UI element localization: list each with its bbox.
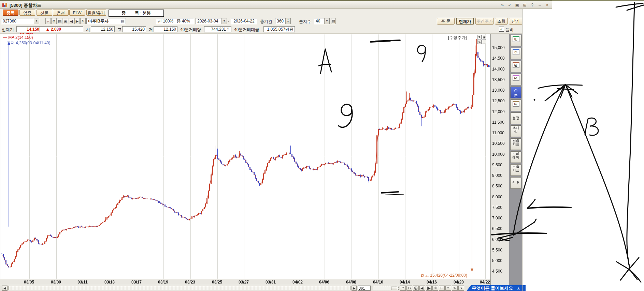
total-period-stepper[interactable]: 360 ▲▼ [275, 18, 291, 24]
time-axis[interactable]: 03/0503/0903/1103/1303/1703/1903/2303/25… [0, 279, 490, 285]
tab-선물[interactable]: 선물 [37, 10, 52, 16]
pen-drop-icon[interactable]: ▾ [458, 286, 464, 291]
ma-legend-text: MA 2(14,150) [8, 35, 33, 40]
price-tick-12000: 12,000 [492, 109, 509, 114]
gear-icon[interactable]: ⚙ [51, 18, 57, 24]
date-from-combo[interactable]: 2026-03-04 ▼ [196, 18, 227, 24]
margin-ratio: 증 40% [174, 19, 190, 24]
window-icon[interactable]: ▣ [482, 35, 486, 39]
zoom-select-icon[interactable]: ⊡ [439, 286, 445, 291]
minute-count-combo[interactable]: 40 ▼ [314, 18, 330, 24]
minimize-icon[interactable]: – [536, 2, 543, 8]
price-tick-11500: 11,500 [492, 120, 509, 125]
stepper-arrows-icon[interactable]: ▲▼ [285, 18, 290, 24]
sidebar-설정[interactable]: 설정 [510, 112, 521, 124]
toolbar-checkbox[interactable]: ✓ [499, 27, 504, 32]
window-title: [5300] 종합차트 [10, 2, 41, 9]
time-tick-03-05: 03/05 [21, 280, 37, 285]
page-icon: 년 [513, 75, 519, 81]
tab-ELW[interactable]: ELW [69, 10, 85, 16]
high-label: 고 [117, 27, 121, 33]
document-icon[interactable]: ▤ [121, 18, 126, 24]
sidebar-label: 분할 지표 [511, 165, 521, 172]
blank-icon[interactable] [482, 40, 486, 44]
amount-label: 40분거래대금 [234, 27, 259, 33]
search-icon[interactable]: ⌕ [45, 18, 51, 24]
button-현재가[interactable]: 현재가 [456, 18, 474, 25]
go-last-icon[interactable]: |▶ [426, 286, 432, 291]
low-value: 12,150 [154, 26, 177, 32]
next-icon[interactable]: ▶ [74, 18, 80, 24]
ma-legend: — MA 2(14,150) [3, 35, 33, 40]
one-icon[interactable]: ① [432, 286, 438, 291]
sidebar-추세선[interactable]: 추세 선 [510, 125, 521, 137]
copy-icon[interactable]: ▣ [514, 2, 520, 8]
stock-code-combo[interactable]: 027360 ▼ [1, 18, 39, 24]
list-grid-icon[interactable]: ▤ [331, 18, 336, 24]
sidebar-월[interactable]: 월 [510, 61, 521, 72]
hand-bottom-arrow-cluster [616, 258, 641, 282]
minute-count-value: 40 [314, 19, 320, 24]
chevron-down-icon[interactable]: ▼ [324, 18, 329, 24]
tab-업종[interactable]: 업종 [19, 10, 35, 16]
sidebar-신호[interactable]: 신호 [510, 177, 521, 189]
button-닫기[interactable]: 닫기 [509, 18, 523, 25]
credit-ratio: 신 100% [156, 19, 173, 24]
button-조회[interactable]: 조회 [495, 18, 508, 25]
zoom-slider-thumb[interactable] [391, 287, 397, 290]
tab-옵션[interactable]: 옵션 [53, 10, 69, 16]
sidebar-년[interactable]: 년 [510, 74, 521, 85]
stock-name-box[interactable]: 아주IB투자 ▤ [86, 18, 126, 24]
zoom-out-icon[interactable]: ⊖ [406, 286, 412, 291]
time-tick-03-19: 03/19 [155, 280, 171, 285]
sidebar-전환지표[interactable]: 전환 지표 [510, 138, 521, 150]
tab-종목[interactable]: 종목 [3, 10, 18, 16]
hourglass-icon[interactable]: ⧗ [477, 35, 482, 39]
lines-icon[interactable]: ≡ [445, 286, 451, 291]
tab-환율/유가[interactable]: 환율/유가 [86, 10, 106, 16]
window-copy-icon[interactable]: ▤ [57, 18, 62, 24]
popup-icon[interactable]: ⊞ [521, 2, 528, 8]
zoom-in-icon[interactable]: ⊕ [400, 286, 406, 291]
sidebar-label: 오버 레이 [511, 152, 521, 159]
sidebar-분할지표[interactable]: 분할 지표 [510, 164, 521, 176]
page-icon: 일 [513, 36, 519, 42]
scroll-left-button[interactable]: ◀ [2, 286, 8, 291]
date-to-box[interactable]: 2026-04-22 [231, 18, 257, 24]
time-tick-03-31: 03/31 [263, 280, 278, 285]
pen-icon[interactable]: ✎ [452, 286, 458, 291]
go-first-icon[interactable]: ◀| [419, 286, 425, 291]
sidebar-틱[interactable]: 틱 [510, 99, 521, 111]
clock-icon: ◷분 [513, 88, 519, 94]
price-tick-13500: 13,500 [492, 77, 509, 82]
price-axis[interactable]: 15,00014,50014,00013,50013,00012,50012,0… [490, 34, 509, 285]
check-icon[interactable]: ✓ [506, 2, 513, 8]
date-from-value: 2026-03-04 [196, 19, 218, 24]
scroll-right-button[interactable]: ▶ [352, 286, 357, 291]
price-tick-8000: 8,000 [492, 195, 509, 199]
help-icon[interactable]: ? [529, 2, 535, 8]
eye-icon[interactable]: ◉ [63, 18, 68, 24]
zoom-all-icon[interactable]: Ⓐ [413, 286, 419, 291]
prev-icon[interactable]: ◀ [69, 18, 74, 24]
sidebar-분[interactable]: ◷분 [510, 87, 521, 98]
zoom-slider[interactable] [373, 286, 399, 290]
sidebar-주[interactable]: 주 [510, 48, 521, 59]
chevron-down-icon[interactable]: ▼ [221, 18, 227, 24]
sidebar-일[interactable]: 일 [510, 35, 521, 46]
link-icon[interactable]: ∞ [499, 2, 505, 8]
hand-triangle-right-leg [566, 85, 629, 267]
close-icon[interactable]: × [544, 2, 550, 8]
refresh-icon[interactable]: ↻ [80, 18, 86, 24]
chart-scrollbar-track[interactable] [8, 286, 351, 290]
updown-icon[interactable]: ⇅ [477, 40, 482, 44]
sidebar-오버레이[interactable]: 오버 레이 [510, 151, 521, 163]
page-icon: 주 [513, 49, 519, 55]
chevron-up-icon[interactable]: ∧ [517, 286, 520, 290]
ask-anything-badge[interactable]: 무엇이든 물어보세요 ∧ [466, 285, 526, 291]
candle-count-input[interactable] [358, 286, 371, 291]
time-tick-03-09: 03/09 [48, 280, 64, 285]
hand-letter-b [585, 118, 598, 135]
button-주문[interactable]: 주 문 [437, 18, 455, 25]
chevron-down-icon[interactable]: ▼ [34, 18, 39, 24]
